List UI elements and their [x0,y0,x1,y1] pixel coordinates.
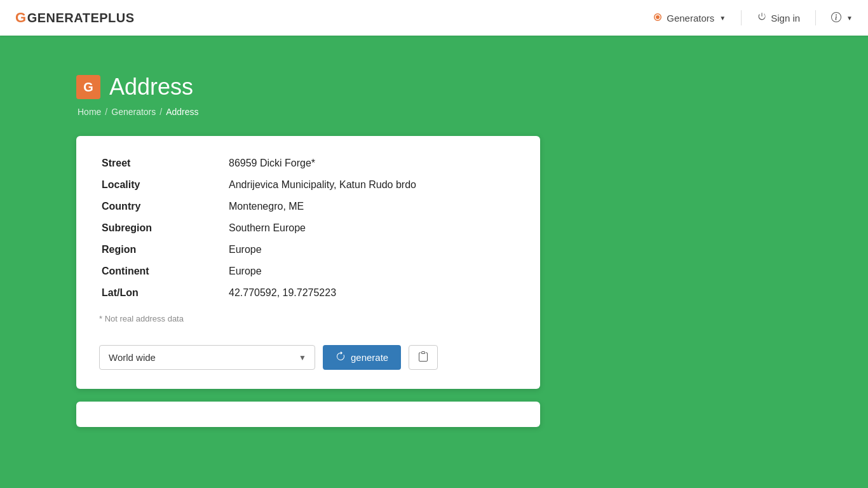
generate-refresh-icon [336,351,346,363]
page-title-icon: G [76,75,100,99]
table-row: Continent Europe [99,261,517,282]
navbar: G GENERATEPLUS Generators ▼ Sign in [0,0,868,36]
latlon-value: 42.770592, 19.7275223 [226,282,517,304]
brand-g-letter: G [15,10,27,26]
copy-button[interactable] [409,345,438,370]
page-title: Address [109,74,193,100]
nav-signin[interactable]: Sign in [757,12,800,24]
power-icon [757,12,767,24]
table-row: Locality Andrijevica Municipality, Katun… [99,174,517,196]
table-row: Street 86959 Dicki Forge* [99,155,517,174]
street-label: Street [99,155,226,174]
navbar-right: Generators ▼ Sign in ▼ [653,10,853,25]
signin-label: Sign in [771,13,800,24]
country-label: Country [99,196,226,217]
page-title-row: G Address [76,74,792,100]
street-value: 86959 Dicki Forge* [226,155,517,174]
table-row: Lat/Lon 42.770592, 19.7275223 [99,282,517,304]
country-value: Montenegro, ME [226,196,517,217]
breadcrumb-sep-2: / [159,107,162,117]
address-table: Street 86959 Dicki Forge* Locality Andri… [99,155,517,304]
breadcrumb-generators[interactable]: Generators [111,107,156,117]
main-content: G Address Home / Generators / Address St… [0,36,868,452]
breadcrumb: Home / Generators / Address [78,107,792,117]
subregion-label: Subregion [99,217,226,239]
nav-divider-2 [815,10,816,25]
generate-label: generate [351,352,388,363]
subregion-value: Southern Europe [226,217,517,239]
locality-label: Locality [99,174,226,196]
table-row: Region Europe [99,239,517,261]
card-footer: World wide United States United Kingdom … [99,339,517,370]
address-card: Street 86959 Dicki Forge* Locality Andri… [76,136,540,389]
region-dropdown-wrapper: World wide United States United Kingdom … [99,345,315,370]
generators-label: Generators [667,13,714,24]
brand-logo[interactable]: G GENERATEPLUS [15,10,135,26]
generators-chevron: ▼ [719,15,726,22]
continent-value: Europe [226,261,517,282]
brand-name: GENERATEPLUS [27,11,135,25]
nav-generators[interactable]: Generators ▼ [653,12,726,24]
continent-label: Continent [99,261,226,282]
generators-icon [653,12,663,24]
footnote: * Not real address data [99,314,517,323]
breadcrumb-sep-1: / [105,107,107,117]
locality-value: Andrijevica Municipality, Katun Rudo brd… [226,174,517,196]
region-dropdown[interactable]: World wide United States United Kingdom … [99,345,315,370]
breadcrumb-home[interactable]: Home [78,107,101,117]
nav-divider-1 [741,10,742,25]
region-value: Europe [226,239,517,261]
region-label: Region [99,239,226,261]
nav-info[interactable]: ▼ [831,12,853,24]
breadcrumb-current: Address [166,107,198,117]
info-chevron: ▼ [846,15,853,22]
latlon-label: Lat/Lon [99,282,226,304]
bottom-card [76,402,540,427]
info-icon [831,12,841,24]
generate-button[interactable]: generate [323,345,401,370]
copy-icon [418,351,428,363]
table-row: Subregion Southern Europe [99,217,517,239]
table-row: Country Montenegro, ME [99,196,517,217]
